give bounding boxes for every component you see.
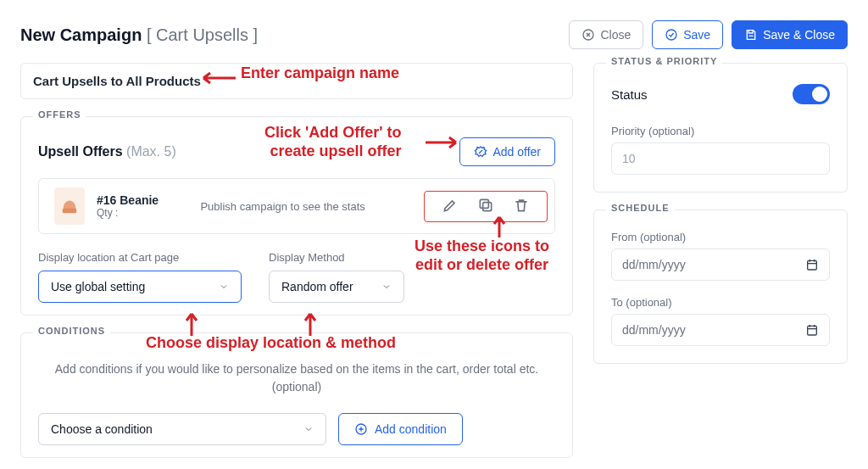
to-label: To (optional) [611,296,830,309]
close-button[interactable]: Close [569,20,643,49]
priority-label: Priority (optional) [611,125,830,137]
page-title: New Campaign [ Cart Upsells ] [20,25,258,45]
chevron-down-icon [303,424,314,434]
to-date-input[interactable]: dd/mm/yyyy [611,314,830,346]
product-image [54,187,85,225]
plus-circle-icon [354,422,368,436]
discount-icon [474,145,487,159]
svg-rect-4 [480,199,488,208]
conditions-section: CONDITIONS Add conditions if you would l… [20,332,573,458]
status-section: STATUS & PRIORITY Status Priority (optio… [593,63,848,193]
offer-card: #16 Beanie Qty : Publish campaign to see… [38,178,555,234]
schedule-legend: SCHEDULE [606,203,675,213]
display-method-label: Display Method [269,251,404,264]
display-location-label: Display location at Cart page [38,251,242,264]
svg-point-1 [666,30,676,40]
campaign-name-input[interactable] [20,63,573,99]
product-qty: Qty : [97,207,159,219]
save-button[interactable]: Save [652,20,723,49]
conditions-legend: CONDITIONS [33,326,110,336]
edit-offer-button[interactable] [442,197,459,216]
status-toggle[interactable] [793,84,830,104]
schedule-section: SCHEDULE From (optional) dd/mm/yyyy To (… [593,209,848,364]
svg-rect-3 [483,202,492,210]
svg-rect-2 [63,209,77,214]
svg-rect-7 [808,326,817,335]
pencil-icon [442,197,459,214]
calendar-icon [805,323,819,337]
stats-placeholder: Publish campaign to see the stats [170,200,395,213]
condition-select[interactable]: Choose a condition [38,413,326,445]
delete-offer-button[interactable] [513,197,530,216]
save-close-button[interactable]: Save & Close [732,20,848,49]
offers-section: OFFERS Upsell Offers (Max. 5) Add offer [20,116,573,315]
display-location-select[interactable]: Use global setting [38,271,242,303]
duplicate-offer-button[interactable] [477,197,494,216]
priority-input[interactable] [611,142,830,175]
product-name: #16 Beanie [97,193,159,207]
offers-title: Upsell Offers (Max. 5) [38,144,176,159]
copy-icon [477,197,494,214]
add-condition-button[interactable]: Add condition [338,413,463,445]
close-icon [581,28,595,42]
chevron-down-icon [219,282,229,292]
trash-icon [513,197,530,214]
conditions-desc: Add conditions if you would like to pers… [38,360,555,396]
offer-actions [424,191,548,222]
status-legend: STATUS & PRIORITY [606,56,722,66]
calendar-icon [805,258,819,271]
add-offer-button[interactable]: Add offer [459,137,555,166]
status-label: Status [611,87,648,102]
save-icon [744,28,758,42]
check-circle-icon [665,28,678,42]
offers-legend: OFFERS [33,109,86,120]
from-label: From (optional) [611,231,830,243]
from-date-input[interactable]: dd/mm/yyyy [611,248,830,281]
chevron-down-icon [381,282,392,292]
beanie-icon [60,194,79,218]
svg-rect-6 [808,260,817,270]
display-method-select[interactable]: Random offer [269,271,404,303]
